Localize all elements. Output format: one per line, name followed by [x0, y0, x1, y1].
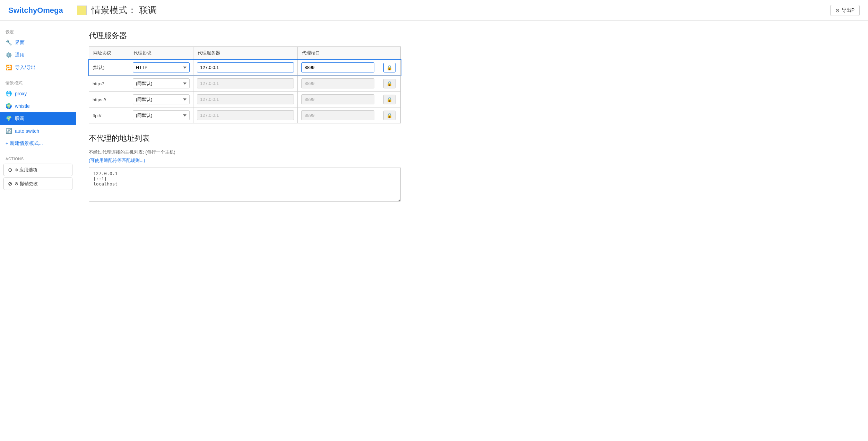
proxy-table-row: https://(同默认)HTTPHTTPSSOCKS4SOCKS5🔒 [89, 92, 401, 107]
globe-icon-proxy: 🌐 [6, 90, 12, 97]
sidebar: 设定 🔧 界面 ⚙️ 通用 🔁 导入/导出 情景模式 🌐 proxy 🌍 whi… [0, 21, 76, 441]
sidebar-newprofile-label: + 新建情景模式... [6, 140, 43, 147]
page-title: 情景模式： 联调 [92, 4, 157, 16]
apply-label: ⊙ 应用选项 [15, 167, 37, 173]
lock-button[interactable]: 🔒 [383, 111, 396, 120]
globe-icon-whistle: 🌍 [6, 103, 12, 109]
proxy-server-input[interactable] [197, 62, 294, 72]
col-header-proxy-server: 代理服务器 [193, 47, 298, 60]
proxy-server-input[interactable] [197, 110, 294, 120]
proxy-protocol-select[interactable]: (同默认)HTTPHTTPSSOCKS4SOCKS5 [133, 94, 190, 104]
sidebar-divider2 [0, 150, 76, 153]
proxy-row-port-cell [298, 92, 378, 107]
proxy-row-port-cell [298, 107, 378, 123]
auto-switch-icon: 🔄 [6, 128, 12, 134]
revert-icon: ⊘ [8, 181, 12, 187]
sidebar-proxy-label: proxy [15, 91, 27, 96]
main-content: 代理服务器 网址协议 代理协议 代理服务器 代理端口 (默认)HTTPHTTPS… [76, 21, 868, 441]
proxy-port-input[interactable] [301, 110, 374, 120]
proxy-port-input[interactable] [301, 62, 374, 72]
proxy-row-protocol-select-cell: (同默认)HTTPHTTPSSOCKS4SOCKS5 [129, 76, 193, 92]
col-header-proxy-protocol: 代理协议 [129, 47, 193, 60]
sidebar-importexport-label: 导入/导出 [15, 64, 36, 71]
proxy-server-input[interactable] [197, 94, 294, 104]
sidebar-divider1 [0, 74, 76, 77]
proxy-row-lock-cell: 🔒 [378, 107, 401, 123]
profile-color-square [77, 6, 87, 15]
import-export-icon: 🔁 [6, 64, 12, 71]
proxy-row-server-cell [193, 107, 298, 123]
proxy-protocol-select[interactable]: (同默认)HTTPHTTPSSOCKS4SOCKS5 [133, 78, 190, 88]
col-header-proxy-port: 代理端口 [298, 47, 378, 60]
sidebar-autoswitch-label: auto switch [15, 128, 39, 134]
proxy-section-title: 代理服务器 [89, 31, 856, 41]
body-layout: 设定 🔧 界面 ⚙️ 通用 🔁 导入/导出 情景模式 🌐 proxy 🌍 whi… [0, 21, 868, 441]
proxy-row-protocol-select-cell: (同默认)HTTPHTTPSSOCKS4SOCKS5 [129, 107, 193, 123]
sidebar-item-proxy[interactable]: 🌐 proxy [0, 87, 76, 100]
proxy-table-row: http://(同默认)HTTPHTTPSSOCKS4SOCKS5🔒 [89, 76, 401, 92]
proxy-row-server-cell [193, 76, 298, 92]
proxy-protocol-select[interactable]: HTTPHTTPSSOCKS4SOCKS5(同默认) [133, 62, 190, 72]
proxy-row-port-cell [298, 76, 378, 92]
lock-button[interactable]: 🔒 [383, 95, 396, 104]
proxy-row-lock-cell: 🔒 [378, 76, 401, 92]
wrench-icon: 🔧 [6, 40, 12, 46]
wildcard-link[interactable]: (可使用通配符等匹配规则...) [89, 157, 145, 164]
header: SwitchyOmega 情景模式： 联调 ⊙ 导出P [0, 0, 868, 21]
export-icon: ⊙ [835, 8, 840, 13]
proxy-row-port-cell [298, 60, 378, 76]
globe-icon-liantiao: 🌍 [6, 115, 12, 122]
col-header-lock [378, 47, 401, 60]
proxy-row-lock-cell: 🔒 [378, 92, 401, 107]
sidebar-item-liantiao[interactable]: 🌍 联调 [0, 112, 76, 125]
revert-button[interactable]: ⊘ ⊘ 撤销更改 [3, 178, 72, 190]
proxy-table: 网址协议 代理协议 代理服务器 代理端口 (默认)HTTPHTTPSSOCKS4… [89, 46, 401, 123]
export-button[interactable]: ⊙ 导出P [830, 5, 860, 16]
proxy-table-row: (默认)HTTPHTTPSSOCKS4SOCKS5(同默认)🔒 [89, 60, 401, 76]
sidebar-general-label: 通用 [15, 52, 25, 58]
settings-section-label: 设定 [0, 26, 76, 36]
sidebar-item-whistle[interactable]: 🌍 whistle [0, 100, 76, 112]
proxy-server-input[interactable] [197, 78, 294, 88]
export-label: 导出P [842, 7, 854, 14]
revert-label: ⊘ 撤销更改 [15, 181, 38, 187]
sidebar-liantiao-label: 联调 [15, 115, 25, 122]
proxy-port-input[interactable] [301, 94, 374, 104]
app-title: SwitchyOmega [8, 6, 63, 15]
lock-button[interactable]: 🔒 [383, 63, 396, 72]
proxy-row-protocol: https:// [89, 92, 129, 107]
proxy-row-server-cell [193, 92, 298, 107]
proxy-row-protocol: http:// [89, 76, 129, 92]
sidebar-item-import-export[interactable]: 🔁 导入/导出 [0, 61, 76, 74]
proxy-row-protocol: ftp:// [89, 107, 129, 123]
proxy-row-lock-cell: 🔒 [378, 60, 401, 76]
no-proxy-textarea[interactable] [89, 167, 401, 202]
lock-button[interactable]: 🔒 [383, 79, 396, 88]
sidebar-whistle-label: whistle [15, 103, 30, 109]
proxy-row-protocol-select-cell: HTTPHTTPSSOCKS4SOCKS5(同默认) [129, 60, 193, 76]
proxy-table-row: ftp://(同默认)HTTPHTTPSSOCKS4SOCKS5🔒 [89, 107, 401, 123]
sidebar-item-auto-switch[interactable]: 🔄 auto switch [0, 125, 76, 137]
profiles-section-label: 情景模式 [0, 77, 76, 87]
sidebar-item-general[interactable]: ⚙️ 通用 [0, 49, 76, 61]
sidebar-item-interface[interactable]: 🔧 界面 [0, 36, 76, 49]
proxy-row-protocol: (默认) [89, 60, 129, 76]
no-proxy-title: 不代理的地址列表 [89, 133, 401, 144]
apply-button[interactable]: ⊙ ⊙ 应用选项 [3, 164, 72, 176]
page-title-area: 情景模式： 联调 [77, 4, 830, 16]
apply-icon: ⊙ [8, 167, 12, 173]
proxy-protocol-select[interactable]: (同默认)HTTPHTTPSSOCKS4SOCKS5 [133, 110, 190, 120]
no-proxy-section: 不代理的地址列表 不经过代理连接的主机列表: (每行一个主机) (可使用通配符等… [89, 133, 401, 203]
gear-icon: ⚙️ [6, 52, 12, 58]
proxy-row-protocol-select-cell: (同默认)HTTPHTTPSSOCKS4SOCKS5 [129, 92, 193, 107]
sidebar-interface-label: 界面 [15, 40, 25, 46]
sidebar-item-new-profile[interactable]: + 新建情景模式... [0, 137, 76, 150]
proxy-port-input[interactable] [301, 78, 374, 88]
col-header-protocol: 网址协议 [89, 47, 129, 60]
actions-label: ACTIONS [0, 153, 76, 162]
proxy-row-server-cell [193, 60, 298, 76]
no-proxy-subtitle: 不经过代理连接的主机列表: (每行一个主机) [89, 149, 401, 155]
